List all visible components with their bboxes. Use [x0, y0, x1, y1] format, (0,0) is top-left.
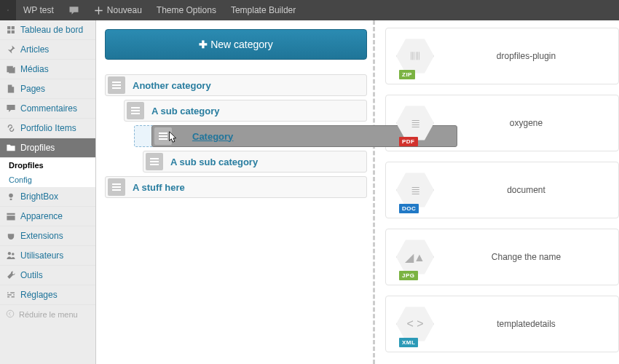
menu-brightbox[interactable]: BrightBox	[0, 187, 95, 207]
category-label: A sub category	[147, 106, 224, 116]
svg-point-8	[12, 294, 14, 296]
xml-icon: < >	[406, 317, 423, 331]
category-row[interactable]: A stuff here	[105, 176, 367, 198]
wp-logo[interactable]	[0, 0, 16, 20]
file-card[interactable]: ⫴⫴ ZIP dropfiles-plugin	[385, 28, 619, 84]
file-name: dropfiles-plugin	[446, 51, 607, 61]
settings-icon	[6, 290, 16, 300]
ext-badge: PDF	[399, 137, 418, 146]
pin-icon	[6, 44, 16, 55]
submenu-dropfiles-main[interactable]: Dropfiles	[0, 158, 95, 173]
menu-settings[interactable]: Réglages	[0, 285, 95, 305]
zip-icon: ⫴⫴	[410, 50, 420, 63]
plugin-icon	[6, 231, 16, 241]
file-thumb: ⫴⫴ ZIP	[395, 36, 435, 76]
theme-options-label: Theme Options	[157, 5, 216, 15]
main-content: ✚ New category Another category A sub ca…	[96, 20, 619, 364]
ext-badge: DOC	[399, 204, 419, 213]
menu-dropfiles[interactable]: Dropfiles	[0, 138, 95, 158]
comments-bubble[interactable]	[61, 0, 87, 20]
menu-comments[interactable]: Commentaires	[0, 99, 95, 119]
link-icon	[6, 123, 16, 133]
category-label: Another category	[128, 80, 216, 91]
menu-articles[interactable]: Articles	[0, 40, 95, 60]
file-thumb: < > XML	[395, 304, 435, 344]
menu-portfolio[interactable]: Portfolio Items	[0, 119, 95, 138]
site-name[interactable]: WP test	[16, 0, 61, 20]
admin-bar: WP test Nouveau Theme Options Template B…	[0, 0, 619, 20]
files-panel: ⫴⫴ ZIP dropfiles-plugin ≣ PDF oxygene ≣ …	[373, 20, 619, 364]
dashboard-icon	[6, 25, 16, 35]
drag-handle-icon[interactable]	[154, 127, 172, 145]
light-icon	[6, 191, 16, 202]
tools-icon	[6, 270, 16, 280]
file-card[interactable]: ≣ DOC document	[385, 162, 619, 218]
category-row[interactable]: A sub category	[124, 100, 367, 122]
category-label: A stuff here	[128, 182, 189, 193]
file-name: document	[446, 185, 607, 195]
pdf-icon: ≣	[411, 116, 420, 130]
file-thumb: ≣ PDF	[395, 103, 435, 143]
category-label: A sub sub category	[166, 157, 262, 167]
file-card[interactable]: < > XML templatedetails	[385, 296, 619, 352]
menu-appearance[interactable]: Apparence	[0, 207, 95, 226]
new-content[interactable]: Nouveau	[87, 0, 149, 20]
users-icon	[6, 250, 16, 261]
svg-point-10	[7, 310, 14, 317]
ext-badge: JPG	[399, 271, 418, 280]
svg-point-3	[12, 253, 15, 256]
svg-point-9	[9, 296, 12, 298]
file-thumb: ◢▲ JPG	[395, 237, 435, 277]
media-icon	[6, 64, 16, 74]
file-name: templatedetails	[446, 319, 607, 329]
menu-dashboard[interactable]: Tableau de bord	[0, 20, 95, 40]
ext-badge: ZIP	[399, 70, 415, 79]
ext-badge: XML	[399, 338, 418, 347]
svg-point-1	[9, 194, 13, 198]
doc-icon: ≣	[411, 183, 420, 197]
file-card[interactable]: ≣ PDF oxygene	[385, 95, 619, 151]
jpg-icon: ◢▲	[405, 250, 425, 264]
menu-pages[interactable]: Pages	[0, 79, 95, 99]
folder-icon	[6, 143, 16, 153]
collapse-menu[interactable]: Réduire le menu	[0, 305, 95, 324]
appearance-icon	[6, 211, 16, 221]
svg-point-7	[9, 292, 11, 294]
new-category-button[interactable]: ✚ New category	[105, 29, 367, 60]
menu-extensions[interactable]: Extensions	[0, 226, 95, 246]
plus-icon: ✚	[199, 39, 208, 50]
site-name-label: WP test	[23, 5, 54, 15]
category-row[interactable]: A sub sub category	[143, 151, 367, 173]
template-builder[interactable]: Template Builder	[224, 0, 303, 20]
file-thumb: ≣ DOC	[395, 170, 435, 210]
category-row[interactable]: Another category	[105, 74, 367, 96]
drag-handle-icon[interactable]	[108, 76, 125, 94]
collapse-icon	[6, 309, 15, 320]
menu-users[interactable]: Utilisateurs	[0, 246, 95, 266]
file-card[interactable]: ◢▲ JPG Change the name	[385, 229, 619, 285]
comment-icon	[6, 103, 16, 114]
menu-media[interactable]: Médias	[0, 60, 95, 79]
category-panel: ✚ New category Another category A sub ca…	[96, 20, 373, 364]
submenu-config[interactable]: Config	[0, 173, 95, 187]
menu-tools[interactable]: Outils	[0, 266, 95, 285]
file-name: Change the name	[446, 252, 607, 262]
admin-sidebar: Tableau de bord Articles Médias Pages Co…	[0, 20, 96, 364]
template-builder-label: Template Builder	[231, 5, 296, 15]
theme-options[interactable]: Theme Options	[149, 0, 224, 20]
submenu-dropfiles: Dropfiles Config	[0, 158, 95, 187]
page-icon	[6, 84, 16, 94]
category-label: Category	[188, 131, 237, 142]
drag-handle-icon[interactable]	[108, 178, 125, 196]
drag-handle-icon[interactable]	[127, 102, 144, 119]
new-content-label: Nouveau	[107, 5, 142, 15]
file-name: oxygene	[446, 118, 607, 128]
drag-handle-icon[interactable]	[146, 153, 163, 170]
svg-point-2	[8, 252, 11, 255]
